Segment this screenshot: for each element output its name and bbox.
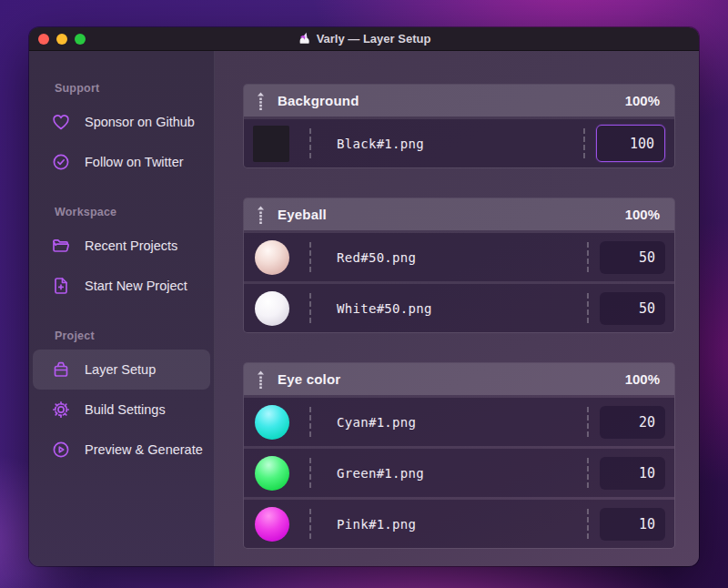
sidebar-section-workspace: Workspace <box>55 206 210 218</box>
window-content: Support Sponsor on Github Follow on Twit… <box>29 51 699 566</box>
dashed-divider <box>587 293 589 323</box>
layers-box-icon <box>51 360 71 380</box>
layer-thumbnail-cyan-sphere <box>255 405 289 440</box>
layer-group-header[interactable]: Eye color 100% <box>244 363 674 395</box>
layer-filename: Red#50.png <box>337 250 416 265</box>
layer-weight-input[interactable] <box>600 241 665 274</box>
heart-icon <box>51 112 71 132</box>
dashed-divider <box>309 458 311 488</box>
gear-icon <box>51 400 71 420</box>
dashed-divider <box>583 128 585 158</box>
dashed-divider <box>309 128 311 158</box>
layer-row[interactable]: Black#1.png <box>244 119 674 167</box>
sidebar-item-label: Recent Projects <box>85 238 177 253</box>
layer-thumbnail-pink-sphere <box>255 507 289 542</box>
layer-row[interactable]: Green#1.png <box>244 449 674 497</box>
layer-row[interactable]: Cyan#1.png <box>244 398 674 446</box>
sidebar-item-build-settings[interactable]: Build Settings <box>33 390 210 430</box>
layer-group-name: Eye color <box>278 371 340 387</box>
layer-row[interactable]: White#50.png <box>244 284 674 332</box>
layer-weight-input[interactable] <box>600 457 665 490</box>
layer-filename: Black#1.png <box>337 137 424 151</box>
sidebar-item-preview-generate[interactable]: Preview & Generate <box>33 430 210 470</box>
layer-row[interactable]: Red#50.png <box>244 233 674 281</box>
layer-thumbnail-black <box>253 126 289 162</box>
sidebar-item-label: Start New Project <box>85 279 187 293</box>
layer-filename: Pink#1.png <box>337 517 416 532</box>
sidebar-item-follow-twitter[interactable]: Follow on Twitter <box>33 142 210 182</box>
layer-group-weight: 100% <box>625 207 660 222</box>
drag-handle-icon[interactable] <box>256 92 266 110</box>
sidebar-item-label: Preview & Generate <box>85 442 203 457</box>
minimize-button[interactable] <box>56 34 67 45</box>
sidebar: Support Sponsor on Github Follow on Twit… <box>29 51 215 566</box>
layer-group-eyeball: Eyeball 100% Red#50.png White#50.png <box>244 198 674 332</box>
layer-weight-input[interactable] <box>600 406 665 439</box>
sidebar-item-sponsor-github[interactable]: Sponsor on Github <box>33 102 210 142</box>
app-window: Varly — Layer Setup Support Sponsor on G… <box>29 27 699 566</box>
layer-group-weight: 100% <box>625 93 660 108</box>
layer-group-background: Background 100% Black#1.png <box>244 85 674 167</box>
layer-filename: Green#1.png <box>337 466 424 481</box>
layer-weight-input[interactable] <box>600 508 665 541</box>
sidebar-item-start-new-project[interactable]: Start New Project <box>33 266 210 306</box>
dashed-divider <box>587 509 589 539</box>
dashed-divider <box>309 509 311 539</box>
window-title-text: Varly — Layer Setup <box>317 32 431 46</box>
layer-group-name: Eyeball <box>278 207 327 222</box>
dashed-divider <box>587 458 589 488</box>
check-badge-icon <box>51 152 71 172</box>
layer-thumbnail-white-sphere <box>255 291 289 326</box>
layer-thumbnail-red-sphere <box>255 240 289 275</box>
sidebar-item-label: Follow on Twitter <box>85 155 184 169</box>
layer-group-name: Background <box>278 93 359 108</box>
traffic-lights <box>38 34 86 45</box>
drag-handle-icon[interactable] <box>256 370 266 389</box>
layer-thumbnail-green-sphere <box>255 456 289 491</box>
sidebar-item-label: Sponsor on Github <box>85 115 195 129</box>
dashed-divider <box>309 242 311 272</box>
sidebar-section-project: Project <box>55 329 210 342</box>
titlebar: Varly — Layer Setup <box>29 27 699 51</box>
play-circle-icon <box>51 440 71 460</box>
dashed-divider <box>587 242 589 272</box>
layer-weight-input[interactable] <box>600 292 665 325</box>
layer-group-header[interactable]: Background 100% <box>244 85 674 117</box>
layers-panel: Background 100% Black#1.png <box>215 51 699 566</box>
layer-weight-input[interactable] <box>596 125 665 162</box>
layer-group-weight: 100% <box>625 371 660 387</box>
layer-filename: Cyan#1.png <box>337 415 416 430</box>
sidebar-item-layer-setup[interactable]: Layer Setup <box>33 350 210 390</box>
maximize-button[interactable] <box>75 34 86 45</box>
unicorn-app-icon <box>298 32 311 46</box>
sidebar-section-support: Support <box>55 82 210 95</box>
window-title: Varly — Layer Setup <box>29 32 699 46</box>
sidebar-item-label: Layer Setup <box>85 362 156 377</box>
dashed-divider <box>587 407 589 437</box>
dashed-divider <box>309 407 311 437</box>
sidebar-item-recent-projects[interactable]: Recent Projects <box>33 226 210 266</box>
dashed-divider <box>309 293 311 323</box>
layer-row[interactable]: Pink#1.png <box>244 500 674 548</box>
layer-group-eye-color: Eye color 100% Cyan#1.png Green#1.png <box>244 363 674 548</box>
drag-handle-icon[interactable] <box>256 206 266 224</box>
close-button[interactable] <box>38 34 49 45</box>
layer-group-header[interactable]: Eyeball 100% <box>244 198 674 230</box>
file-plus-icon <box>51 276 71 296</box>
layer-filename: White#50.png <box>337 301 432 316</box>
sidebar-item-label: Build Settings <box>85 402 166 417</box>
folder-icon <box>51 236 71 256</box>
